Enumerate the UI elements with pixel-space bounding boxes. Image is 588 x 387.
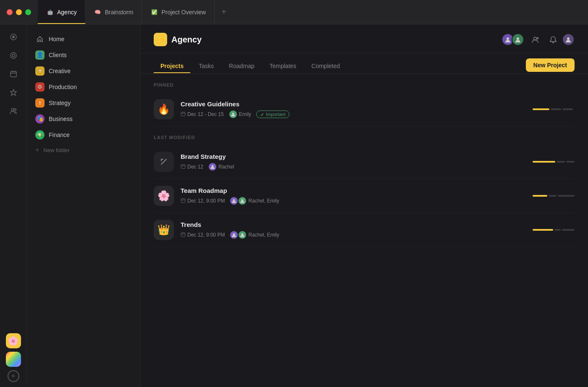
assignee-name: Rachel: [218, 164, 234, 170]
tab-brainstorm[interactable]: 🧠 Brainstorm: [86, 0, 142, 24]
progress-empty2: [562, 108, 573, 110]
minimize-button[interactable]: [16, 9, 22, 15]
production-icon: ⚙: [35, 82, 45, 92]
assignees-names: Rachel, Emily: [248, 198, 279, 204]
pinned-label: PINNED: [154, 82, 575, 87]
sidebar-item-business[interactable]: 🎭 Business: [27, 111, 140, 127]
sidebar-creative-label: Creative: [49, 68, 71, 74]
close-button[interactable]: [7, 9, 13, 15]
progress-bar-team-roadmap: [533, 195, 575, 197]
header-avatars: [501, 33, 524, 46]
add-tab-button[interactable]: +: [215, 0, 233, 24]
project-info-creative-guidelines: Creative Guidelines Dec 12 - Dec 15: [181, 100, 526, 118]
sidebar-clients-label: Clients: [49, 52, 67, 58]
add-workspace-button[interactable]: +: [8, 370, 19, 382]
sidebar-item-clients[interactable]: 👤 Clients: [27, 47, 140, 63]
progress-empty1: [554, 229, 561, 231]
calendar-icon: [181, 198, 186, 204]
progress-empty2: [562, 229, 575, 231]
svg-rect-33: [181, 233, 185, 237]
assignee-avatar-2: [238, 231, 247, 239]
rainbow-button[interactable]: [6, 352, 21, 367]
tab-completed[interactable]: Completed: [305, 59, 347, 73]
progress-fill: [533, 108, 549, 110]
new-folder-label: New folder: [43, 147, 69, 153]
active-workspace-icon[interactable]: 🌸: [6, 333, 21, 348]
tab-projects[interactable]: Projects: [154, 59, 190, 73]
sidebar-item-strategy[interactable]: ! Strategy: [27, 95, 140, 111]
project-row-team-roadmap[interactable]: 🌸 Team Roadmap Dec 12, 9:00 PM: [154, 179, 575, 213]
add-member-button[interactable]: [529, 33, 542, 46]
creative-icon: ✦: [35, 66, 45, 76]
assignee-avatar: [229, 110, 237, 118]
avatar-current-user[interactable]: [562, 33, 575, 46]
svg-rect-4: [10, 71, 16, 77]
new-project-button[interactable]: New Project: [526, 58, 575, 72]
project-meta-creative-guidelines: Dec 12 - Dec 15 Emily Important: [181, 110, 526, 118]
notifications-button[interactable]: [547, 33, 559, 46]
tab-project-overview-label: Project Overview: [161, 9, 206, 16]
svg-rect-17: [181, 112, 185, 116]
titlebar: 🤖 Agency 🧠 Brainstorm ✅ Project Overview…: [0, 0, 588, 24]
svg-rect-22: [181, 165, 185, 168]
sidebar-item-activity[interactable]: [6, 29, 21, 45]
project-info-team-roadmap: Team Roadmap Dec 12, 9:00 PM: [181, 187, 526, 205]
tab-agency-label: Agency: [57, 9, 77, 16]
sidebar-item-members[interactable]: [6, 103, 21, 118]
assignee-name: Emily: [239, 111, 251, 117]
project-icon-brand-strategy: [154, 152, 174, 172]
progress-empty2: [566, 161, 575, 163]
date-item: Dec 12, 9:00 PM: [181, 232, 225, 238]
progress-empty2: [558, 195, 575, 197]
project-row-brand-strategy[interactable]: Brand Strategy Dec 12 Rachel: [154, 145, 575, 179]
sidebar-item-finance[interactable]: 💵 Finance: [27, 127, 140, 143]
progress-bar-trends: [533, 229, 575, 231]
tab-bar: 🤖 Agency 🧠 Brainstorm ✅ Project Overview…: [38, 0, 588, 24]
project-date: Dec 12, 9:00 PM: [187, 232, 225, 238]
tab-tasks[interactable]: Tasks: [192, 59, 220, 73]
project-meta-brand-strategy: Dec 12 Rachel: [181, 163, 526, 171]
maximize-button[interactable]: [25, 9, 31, 15]
progress-empty1: [551, 108, 561, 110]
progress-fill: [533, 229, 553, 231]
last-modified-label: LAST MODIFIED: [154, 135, 575, 140]
project-name-trends: Trends: [181, 221, 526, 228]
tab-agency-icon: 🤖: [46, 8, 54, 16]
project-row-trends[interactable]: 👑 Trends Dec 12, 9:00 PM: [154, 213, 575, 247]
sidebar-item-production[interactable]: ⚙ Production: [27, 79, 140, 95]
assignee-item: Rachel: [208, 163, 234, 171]
project-meta-team-roadmap: Dec 12, 9:00 PM Rachel, Emily: [181, 197, 526, 205]
progress-empty1: [556, 161, 565, 163]
project-date: Dec 12: [187, 164, 203, 170]
sidebar-item-calendar[interactable]: [6, 66, 21, 82]
calendar-icon: [181, 232, 186, 238]
assignee-avatar-2: [238, 197, 247, 205]
new-folder-icon: +: [35, 146, 39, 154]
home-icon: [35, 34, 45, 44]
sidebar-item-home[interactable]: Home: [27, 31, 140, 47]
assignee-item: Emily: [229, 110, 251, 118]
sidebar-item-creative[interactable]: ✦ Creative: [27, 63, 140, 79]
project-name-creative-guidelines: Creative Guidelines: [181, 100, 526, 108]
project-row-creative-guidelines[interactable]: 🔥 Creative Guidelines Dec 12 - Dec 15: [154, 92, 575, 126]
sidebar-item-inbox[interactable]: [6, 48, 21, 63]
tab-roadmap[interactable]: Roadmap: [222, 59, 261, 73]
assignee-avatar: [208, 163, 217, 171]
content-header: ⚡ Agency: [140, 24, 588, 53]
tag-label: Important: [266, 112, 285, 117]
new-folder-button[interactable]: + New folder: [27, 143, 140, 157]
project-date: Dec 12 - Dec 15: [187, 111, 224, 117]
svg-point-1: [12, 36, 15, 38]
tab-project-overview[interactable]: ✅ Project Overview: [142, 0, 215, 24]
project-icon-creative-guidelines: 🔥: [154, 99, 174, 119]
assignees-item: Rachel, Emily: [230, 197, 279, 205]
sidebar-item-favorites[interactable]: [6, 85, 21, 100]
avatar-user2[interactable]: [512, 33, 524, 46]
important-tag: Important: [256, 111, 289, 118]
svg-point-2: [10, 53, 16, 58]
tab-agency[interactable]: 🤖 Agency: [38, 0, 86, 24]
tab-templates[interactable]: Templates: [263, 59, 303, 73]
sidebar-finance-label: Finance: [49, 132, 70, 138]
date-item: Dec 12, 9:00 PM: [181, 198, 225, 204]
project-icon-team-roadmap: 🌸: [154, 186, 174, 206]
